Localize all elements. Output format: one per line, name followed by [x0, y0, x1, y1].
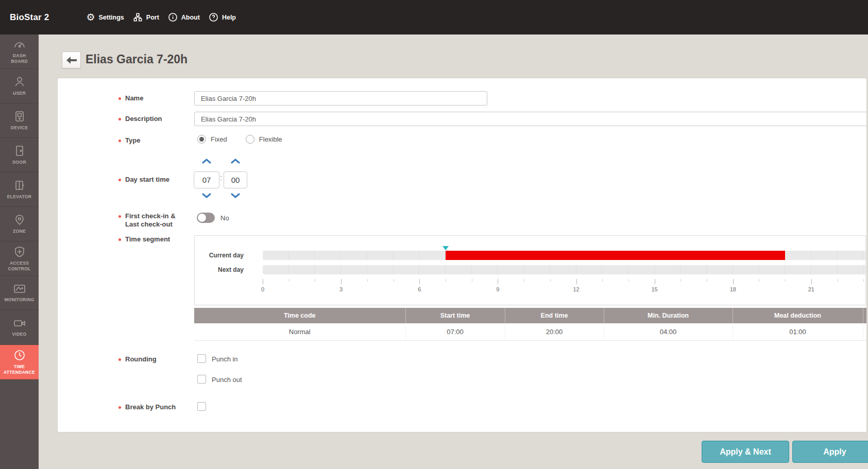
- punch-out-label: Punch out: [212, 376, 242, 384]
- cell-min-duration: 04:00: [604, 323, 733, 340]
- port-network-icon: [133, 12, 143, 22]
- axis-tick-label: 15: [652, 286, 658, 292]
- hour-axis-labels: 036912151821: [263, 286, 866, 293]
- axis-tick: [602, 279, 603, 282]
- elevator-icon: [13, 179, 26, 192]
- col-start-time: Start time: [405, 308, 505, 323]
- day-start-time-label: Day start time: [125, 176, 169, 184]
- type-option-fixed[interactable]: Fixed: [197, 135, 227, 144]
- axis-tick: [446, 279, 446, 282]
- minute-input[interactable]: [224, 171, 247, 188]
- axis-tick: [785, 279, 786, 282]
- sidebar-item-elevator[interactable]: ELEVATOR: [0, 172, 39, 207]
- work-segment[interactable]: [446, 251, 785, 260]
- description-input[interactable]: [194, 112, 866, 126]
- description-label: Description: [125, 115, 162, 123]
- name-label: Name: [125, 94, 143, 102]
- axis-tick: [811, 279, 812, 284]
- first-check-label: First check-in & Last check-out: [125, 212, 176, 229]
- next-day-track[interactable]: [263, 265, 866, 274]
- required-dot: [118, 140, 121, 142]
- sidebar-item-video[interactable]: VIDEO: [0, 310, 39, 345]
- axis-tick: [524, 279, 524, 282]
- door-icon: [13, 145, 26, 157]
- first-check-toggle[interactable]: [197, 213, 215, 223]
- axis-tick: [680, 279, 681, 282]
- time-attendance-clock-icon: [13, 349, 26, 361]
- type-label: Type: [125, 136, 140, 145]
- menu-settings[interactable]: ⚙ Settings: [86, 12, 124, 22]
- chevron-up-icon: [229, 158, 242, 164]
- first-check-state: No: [220, 214, 229, 222]
- page-title: Elias Garcia 7-20h: [86, 53, 188, 66]
- top-bar: BioStar 2 ⚙ Settings Port About Help: [0, 0, 868, 34]
- required-dot: [118, 406, 121, 409]
- axis-tick: [759, 279, 759, 282]
- sidebar-item-time-attendance[interactable]: TIME ATTENDANCE: [0, 345, 39, 379]
- current-day-label: Current day: [200, 252, 244, 259]
- required-dot: [118, 238, 121, 241]
- type-option-flexible[interactable]: Flexible: [246, 135, 282, 144]
- sidebar-item-zone[interactable]: ZONE: [0, 207, 39, 241]
- axis-tick: [472, 279, 472, 282]
- radio-selected-icon[interactable]: [197, 135, 206, 144]
- axis-tick-label: 9: [496, 286, 499, 292]
- col-end-time: End time: [505, 308, 604, 323]
- sidebar-item-device[interactable]: DEVICE: [0, 103, 39, 138]
- apply-next-button[interactable]: Apply & Next: [702, 441, 789, 463]
- user-icon: [13, 76, 26, 88]
- back-button[interactable]: [62, 51, 81, 68]
- punch-out-checkbox[interactable]: [197, 375, 206, 384]
- axis-tick: [289, 279, 290, 282]
- hour-up-button[interactable]: [200, 158, 213, 164]
- access-control-shield-icon: [13, 246, 26, 258]
- time-segment-chart: Current day Next day 036912151821: [194, 235, 866, 305]
- next-day-label: Next day: [200, 266, 244, 273]
- break-by-punch-label: Break by Punch: [125, 403, 176, 411]
- punch-in-label: Punch in: [212, 355, 238, 363]
- current-day-track[interactable]: [263, 251, 866, 260]
- hour-down-button[interactable]: [200, 193, 213, 199]
- apply-button[interactable]: Apply: [792, 441, 868, 463]
- menu-port[interactable]: Port: [133, 12, 159, 22]
- axis-tick: [655, 279, 655, 284]
- sidebar-item-door[interactable]: DOOR: [0, 138, 39, 172]
- hour-input[interactable]: [194, 171, 219, 188]
- minute-up-button[interactable]: [229, 158, 242, 164]
- name-input[interactable]: [194, 91, 487, 106]
- break-by-punch-checkbox[interactable]: [197, 402, 206, 411]
- axis-tick: [341, 279, 342, 284]
- menu-help[interactable]: Help: [209, 12, 236, 22]
- axis-tick-label: 3: [339, 286, 343, 292]
- table-row[interactable]: Normal 07:00 20:00 04:00 01:00: [194, 323, 866, 340]
- required-dot: [118, 215, 121, 218]
- time-segment-label: Time segment: [125, 235, 170, 244]
- axis-tick: [263, 279, 263, 284]
- cell-time-code: Normal: [194, 323, 405, 340]
- required-dot: [118, 179, 121, 181]
- shift-form-panel: Name Description Type Fixed Flexible Day…: [58, 78, 866, 432]
- minute-down-button[interactable]: [229, 193, 242, 199]
- chevron-down-icon: [200, 193, 213, 199]
- sidebar-item-user[interactable]: USER: [0, 69, 39, 103]
- axis-tick: [628, 279, 629, 282]
- axis-tick: [498, 279, 498, 284]
- help-question-icon: [209, 12, 218, 22]
- toggle-knob: [198, 214, 206, 222]
- required-dot: [118, 97, 121, 100]
- punch-in-checkbox[interactable]: [197, 354, 206, 363]
- sidebar-item-access-control[interactable]: ACCESS CONTROL: [0, 241, 39, 276]
- axis-tick-label: 21: [808, 286, 814, 292]
- app-logo[interactable]: BioStar 2: [10, 12, 49, 23]
- cell-extra: [863, 323, 866, 340]
- hour-ticks: [263, 279, 866, 285]
- required-dot: [118, 358, 121, 361]
- axis-tick: [838, 279, 838, 282]
- sidebar-item-dashboard[interactable]: DASH BOARD: [0, 34, 39, 69]
- radio-unselected-icon[interactable]: [246, 135, 254, 144]
- required-dot: [118, 118, 121, 120]
- sidebar-item-monitoring[interactable]: MONITORING: [0, 276, 39, 310]
- video-camera-icon: [13, 318, 26, 329]
- menu-about[interactable]: About: [168, 12, 200, 22]
- axis-tick: [394, 279, 394, 282]
